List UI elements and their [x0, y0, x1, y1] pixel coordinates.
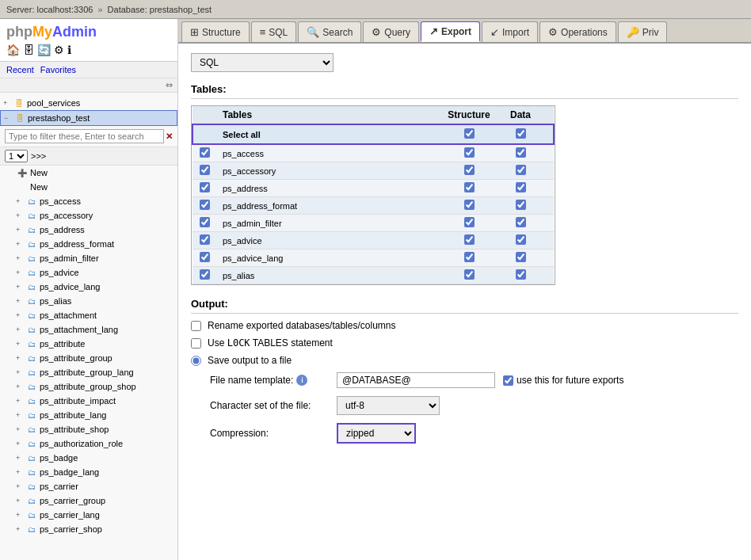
- tab-export[interactable]: ↗Export: [421, 21, 480, 42]
- tab-operations[interactable]: ⚙Operations: [539, 21, 616, 42]
- tab-search[interactable]: 🔍Search: [298, 21, 361, 42]
- row-structure-checkbox[interactable]: [464, 165, 475, 175]
- tree-item-ps-attachment-lang[interactable]: +🗂ps_attachment_lang: [0, 322, 177, 337]
- reload-icon[interactable]: 🔄: [37, 44, 51, 56]
- tree-label: New: [30, 182, 48, 192]
- row-data-checkbox[interactable]: [516, 234, 526, 245]
- tab-priv[interactable]: 🔑Priv: [618, 21, 668, 42]
- row-checkbox-cell: [193, 197, 216, 215]
- tree-item-ps-carrier[interactable]: +🗂ps_carrier: [0, 479, 177, 493]
- row-select-checkbox[interactable]: [200, 165, 210, 175]
- tree-item-ps-badge[interactable]: +🗂ps_badge: [0, 451, 177, 465]
- tree-item-ps-badge-lang[interactable]: +🗂ps_badge_lang: [0, 465, 177, 479]
- tree-item-new[interactable]: ➕ New: [0, 166, 177, 180]
- tree-item-ps-attribute-impact[interactable]: +🗂ps_attribute_impact: [0, 394, 177, 408]
- row-data-checkbox[interactable]: [516, 165, 526, 175]
- table-icon: 🗂: [25, 480, 38, 493]
- row-structure-cell: [437, 144, 501, 162]
- tree-item-ps-advice-lang[interactable]: +🗂ps_advice_lang: [0, 280, 177, 294]
- select-all-structure-checkbox[interactable]: [464, 128, 475, 139]
- tree-item-prestashop-test[interactable]: − 🗄 prestashop_test: [0, 110, 177, 126]
- tree-item-pool-services[interactable]: + 🗄 pool_services: [0, 96, 177, 110]
- file-name-input[interactable]: [337, 372, 495, 388]
- filter-clear-button[interactable]: ✕: [166, 131, 173, 142]
- db-icon[interactable]: 🗄: [23, 44, 34, 56]
- row-data-checkbox[interactable]: [516, 147, 526, 158]
- row-data-checkbox[interactable]: [516, 252, 526, 262]
- row-structure-checkbox[interactable]: [464, 234, 475, 245]
- tree-item-ps-address[interactable]: +🗂ps_address: [0, 223, 177, 237]
- row-structure-checkbox[interactable]: [464, 252, 475, 262]
- tree-label: ps_attribute_impact: [40, 396, 116, 406]
- table-icon: 🗂: [25, 366, 38, 379]
- filter-input[interactable]: [5, 129, 164, 143]
- tab-structure[interactable]: ⊞Structure: [181, 21, 250, 42]
- tab-sql[interactable]: ≡SQL: [251, 21, 297, 42]
- row-structure-checkbox[interactable]: [464, 269, 475, 280]
- row-scroll-cell: [540, 162, 554, 180]
- tree-item-ps-authorization-role[interactable]: +🗂ps_authorization_role: [0, 436, 177, 451]
- row-data-checkbox[interactable]: [516, 200, 526, 210]
- tree-item-ps-attachment[interactable]: +🗂ps_attachment: [0, 308, 177, 322]
- tab-import[interactable]: ↙Import: [482, 21, 538, 42]
- option-rename-checkbox[interactable]: [191, 321, 201, 331]
- nav-next[interactable]: >>>: [31, 151, 46, 161]
- row-data-checkbox[interactable]: [516, 217, 526, 227]
- charset-select[interactable]: utf-8: [337, 396, 440, 415]
- row-structure-checkbox[interactable]: [464, 217, 475, 227]
- tree-item-ps-attribute-shop[interactable]: +🗂ps_attribute_shop: [0, 422, 177, 436]
- tab-query[interactable]: ⚙Query: [363, 21, 419, 42]
- expand-icon: +: [16, 525, 25, 533]
- tree-item-ps-address-format[interactable]: +🗂ps_address_format: [0, 237, 177, 251]
- option-save-radio[interactable]: [191, 356, 201, 366]
- option-lock-checkbox[interactable]: [191, 338, 201, 349]
- tree-item-ps-carrier-group[interactable]: +🗂ps_carrier_group: [0, 493, 177, 508]
- tree-item-ps-attribute[interactable]: +🗂ps_attribute: [0, 337, 177, 351]
- breadcrumb-separator: »: [97, 5, 102, 14]
- row-select-checkbox[interactable]: [200, 147, 210, 158]
- select-all-data-checkbox[interactable]: [516, 128, 526, 139]
- recent-link[interactable]: Recent: [6, 65, 34, 74]
- database-icon: 🗄: [13, 97, 25, 109]
- tables-table: Tables Structure Data Selec: [192, 106, 555, 284]
- tree-item-ps-alias[interactable]: +🗂ps_alias: [0, 294, 177, 308]
- settings-icon[interactable]: ⚙: [54, 44, 64, 56]
- tree-item-ps-advice[interactable]: +🗂ps_advice: [0, 265, 177, 280]
- tree-item-ps-attribute-group-lang[interactable]: +🗂ps_attribute_group_lang: [0, 365, 177, 379]
- select-all-cb-cell: [193, 124, 216, 144]
- format-select[interactable]: SQL: [191, 53, 334, 72]
- tree-item-ps-admin-filter[interactable]: +🗂ps_admin_filter: [0, 251, 177, 265]
- tree-item-New[interactable]: New: [0, 180, 177, 194]
- row-data-checkbox[interactable]: [516, 182, 526, 192]
- row-structure-checkbox[interactable]: [464, 182, 475, 192]
- row-select-checkbox[interactable]: [200, 252, 210, 262]
- tree-item-ps-attribute-lang[interactable]: +🗂ps_attribute_lang: [0, 408, 177, 422]
- compression-select[interactable]: zipped none gzipped: [337, 423, 416, 444]
- row-structure-checkbox[interactable]: [464, 200, 475, 210]
- page-select[interactable]: 1: [5, 150, 28, 162]
- future-exports-checkbox[interactable]: [503, 375, 513, 386]
- tree-item-ps-attribute-group-shop[interactable]: +🗂ps_attribute_group_shop: [0, 379, 177, 394]
- row-structure-checkbox[interactable]: [464, 147, 475, 158]
- info-icon2[interactable]: ℹ: [67, 44, 71, 56]
- tree-item-ps-carrier-shop[interactable]: +🗂ps_carrier_shop: [0, 522, 177, 536]
- row-select-checkbox[interactable]: [200, 182, 210, 192]
- tree-item-ps-access[interactable]: +🗂ps_access: [0, 194, 177, 208]
- home-icon[interactable]: 🏠: [6, 44, 20, 56]
- row-select-checkbox[interactable]: [200, 269, 210, 280]
- file-name-info-icon[interactable]: i: [296, 375, 307, 386]
- row-select-checkbox[interactable]: [200, 217, 210, 227]
- favorites-link[interactable]: Favorites: [40, 65, 76, 74]
- row-name-cell: ps_accessory: [216, 162, 437, 180]
- tree-item-ps-accessory[interactable]: +🗂ps_accessory: [0, 208, 177, 223]
- select-all-row: Select all: [193, 124, 554, 144]
- tree-item-ps-carrier-lang[interactable]: +🗂ps_carrier_lang: [0, 508, 177, 522]
- data-col-header: Data: [501, 106, 540, 124]
- row-select-checkbox[interactable]: [200, 200, 210, 210]
- tables-scroll[interactable]: Tables Structure Data Selec: [192, 106, 555, 284]
- expand-icon: +: [16, 240, 25, 248]
- row-data-checkbox[interactable]: [516, 269, 526, 280]
- row-select-checkbox[interactable]: [200, 234, 210, 245]
- tree-label: prestashop_test: [28, 113, 90, 123]
- tree-item-ps-attribute-group[interactable]: +🗂ps_attribute_group: [0, 351, 177, 365]
